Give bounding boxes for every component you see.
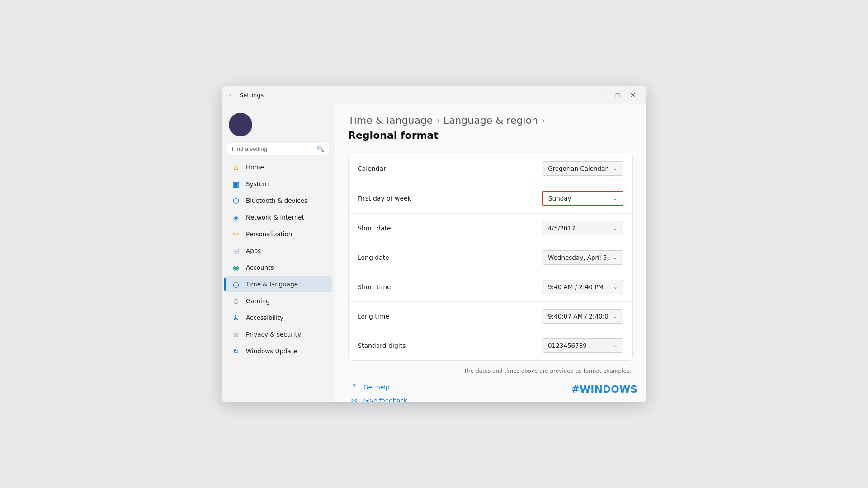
minimize-button[interactable]: − [595, 89, 609, 101]
dropdown-value-long-time: 9:40:07 AM / 2:40:0 [548, 313, 609, 320]
close-button[interactable]: ✕ [626, 89, 640, 101]
sidebar-item-system[interactable]: ▣ System [224, 176, 332, 192]
sidebar-label-network: Network & internet [246, 214, 304, 221]
breadcrumb-time-language[interactable]: Time & language [348, 115, 433, 126]
setting-control-short-time: 9:40 AM / 2:40 PM⌄ [542, 280, 623, 294]
dropdown-first-day[interactable]: Sunday⌄ [542, 191, 623, 206]
setting-label-short-date: Short date [358, 225, 542, 232]
sidebar-label-accessibility: Accessibility [246, 314, 283, 321]
back-button[interactable]: ← [228, 91, 235, 99]
setting-control-calendar: Gregorian Calendar⌄ [542, 161, 623, 176]
settings-panel: CalendarGregorian Calendar⌄First day of … [348, 154, 633, 361]
dropdown-value-first-day: Sunday [548, 195, 571, 202]
get-help-label: Get help [363, 384, 390, 391]
setting-row-long-date: Long dateWednesday, April 5,⌄ [349, 243, 632, 272]
chevron-icon: ⌄ [613, 225, 618, 231]
sidebar-label-apps: Apps [246, 247, 261, 254]
main-content: Time & language›Language & region›Region… [335, 104, 646, 402]
avatar-area [222, 108, 335, 143]
sidebar-label-privacy: Privacy & security [246, 331, 301, 338]
bluetooth-icon: ⬡ [231, 196, 241, 205]
personalization-icon: ✏ [231, 230, 241, 239]
sidebar-label-personalization: Personalization [246, 230, 292, 238]
sidebar-label-bluetooth: Bluetooth & devices [246, 197, 307, 204]
sidebar-item-time[interactable]: ◷ Time & language [224, 276, 332, 292]
footer-note: The dates and times above are provided a… [348, 368, 633, 374]
dropdown-long-time[interactable]: 9:40:07 AM / 2:40:0⌄ [542, 309, 623, 324]
accounts-icon: ◉ [231, 263, 241, 272]
dropdown-calendar[interactable]: Gregorian Calendar⌄ [542, 161, 623, 176]
chevron-icon: ⌄ [613, 313, 618, 319]
dropdown-value-long-date: Wednesday, April 5, [548, 254, 609, 261]
window-body: 🔍 ⌂ Home ▣ System ⬡ Bluetooth & devices … [222, 104, 646, 402]
home-icon: ⌂ [231, 163, 241, 172]
setting-control-first-day: Sunday⌄ [542, 191, 623, 206]
apps-icon: ⊞ [231, 246, 241, 255]
window-controls: − □ ✕ [595, 89, 640, 101]
sidebar-item-apps[interactable]: ⊞ Apps [224, 243, 332, 259]
dropdown-value-short-time: 9:40 AM / 2:40 PM [548, 283, 604, 291]
chevron-icon: ⌄ [613, 195, 617, 202]
setting-control-long-date: Wednesday, April 5,⌄ [542, 250, 623, 265]
give-feedback-label: Give feedback [363, 397, 407, 402]
setting-label-calendar: Calendar [358, 165, 542, 172]
sidebar-label-time: Time & language [246, 281, 298, 288]
chevron-icon: ⌄ [613, 254, 618, 261]
breadcrumb-separator: › [542, 116, 545, 125]
sidebar-label-home: Home [246, 164, 264, 171]
network-icon: ◈ [231, 213, 241, 222]
sidebar-nav: ⌂ Home ▣ System ⬡ Bluetooth & devices ◈ … [222, 159, 335, 360]
setting-label-short-time: Short time [358, 283, 542, 291]
sidebar-item-accessibility[interactable]: ♿ Accessibility [224, 310, 332, 326]
search-box[interactable]: 🔍 [227, 143, 329, 155]
sidebar-item-accounts[interactable]: ◉ Accounts [224, 259, 332, 276]
title-bar: ← Settings − □ ✕ [222, 86, 646, 104]
dropdown-value-short-date: 4/5/2017 [548, 225, 576, 232]
setting-row-first-day: First day of weekSunday⌄ [349, 183, 632, 214]
give-feedback-icon: ✉ [349, 396, 359, 402]
sidebar-item-update[interactable]: ↻ Windows Update [224, 343, 332, 359]
give-feedback-link[interactable]: ✉Give feedback [349, 396, 633, 402]
setting-control-long-time: 9:40:07 AM / 2:40:0⌄ [542, 309, 623, 324]
sidebar-item-privacy[interactable]: ⊛ Privacy & security [224, 326, 332, 343]
links-section: ?Get help✉Give feedback [348, 382, 633, 402]
setting-row-short-time: Short time9:40 AM / 2:40 PM⌄ [349, 272, 632, 302]
sidebar-item-network[interactable]: ◈ Network & internet [224, 209, 332, 225]
dropdown-short-date[interactable]: 4/5/2017⌄ [542, 221, 623, 235]
get-help-icon: ? [349, 382, 359, 392]
sidebar-label-gaming: Gaming [246, 297, 270, 305]
setting-row-calendar: CalendarGregorian Calendar⌄ [349, 154, 632, 183]
breadcrumb-regional-format: Regional format [348, 130, 439, 141]
accessibility-icon: ♿ [231, 313, 241, 322]
dropdown-long-date[interactable]: Wednesday, April 5,⌄ [542, 250, 623, 265]
sidebar-item-personalization[interactable]: ✏ Personalization [224, 226, 332, 242]
setting-control-short-date: 4/5/2017⌄ [542, 221, 623, 235]
setting-row-long-time: Long time9:40:07 AM / 2:40:0⌄ [349, 302, 632, 331]
search-icon: 🔍 [317, 145, 324, 152]
setting-label-long-date: Long date [358, 254, 542, 261]
get-help-link[interactable]: ?Get help [349, 382, 633, 392]
dropdown-standard-digits[interactable]: 0123456789⌄ [542, 338, 623, 353]
avatar [229, 113, 252, 136]
sidebar-label-update: Windows Update [246, 347, 297, 355]
setting-row-short-date: Short date4/5/2017⌄ [349, 214, 632, 243]
sidebar-label-system: System [246, 180, 269, 188]
setting-row-standard-digits: Standard digits0123456789⌄ [349, 331, 632, 360]
setting-label-first-day: First day of week [358, 195, 542, 202]
search-input[interactable] [232, 145, 317, 152]
window-title: Settings [240, 92, 264, 99]
system-icon: ▣ [231, 179, 241, 188]
gaming-icon: ⊙ [231, 296, 241, 305]
sidebar-item-home[interactable]: ⌂ Home [224, 159, 332, 175]
setting-control-standard-digits: 0123456789⌄ [542, 338, 623, 353]
breadcrumb-separator: › [436, 116, 439, 125]
dropdown-short-time[interactable]: 9:40 AM / 2:40 PM⌄ [542, 280, 623, 294]
sidebar: 🔍 ⌂ Home ▣ System ⬡ Bluetooth & devices … [222, 104, 335, 402]
setting-label-standard-digits: Standard digits [358, 342, 542, 349]
maximize-button[interactable]: □ [610, 89, 625, 101]
setting-label-long-time: Long time [358, 313, 542, 320]
sidebar-item-bluetooth[interactable]: ⬡ Bluetooth & devices [224, 192, 332, 209]
update-icon: ↻ [231, 347, 241, 356]
sidebar-item-gaming[interactable]: ⊙ Gaming [224, 293, 332, 309]
breadcrumb-language-region[interactable]: Language & region [443, 115, 538, 126]
